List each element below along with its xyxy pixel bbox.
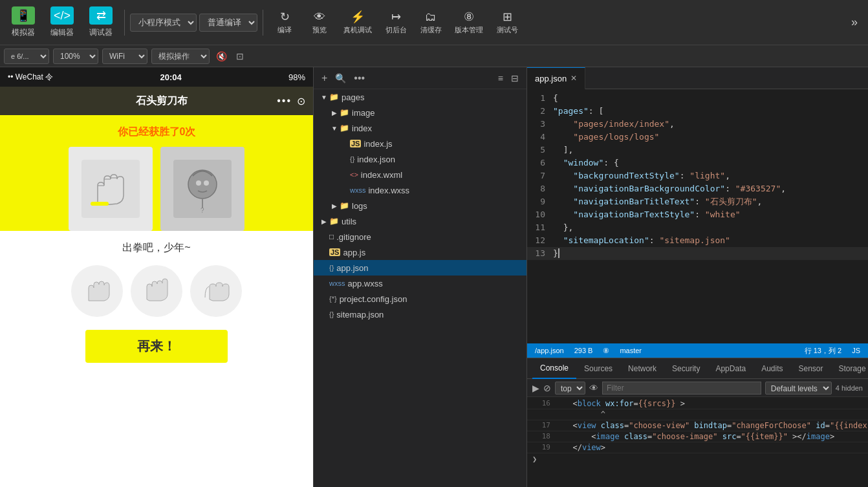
tree-item-index[interactable]: ▼ 📁 index [314, 120, 526, 136]
console-line-caret: ^ [527, 409, 868, 420]
tree-item-app-wxss[interactable]: wxss app.wxss [314, 276, 526, 291]
clear-cache-btn[interactable]: 🗂 清缓存 [415, 8, 447, 38]
tree-item-pages[interactable]: ▼ 📁 pages [314, 89, 526, 105]
tab-network[interactable]: Network [620, 358, 664, 379]
editor-code: 1 { 2 "pages": [ 3 "pages/index/index", … [527, 89, 868, 343]
compile-select[interactable]: 普通编译 [199, 14, 257, 32]
svg-text:?: ? [201, 207, 204, 214]
more-btn[interactable]: » [846, 13, 863, 32]
tree-item-app-js[interactable]: JS app.js [314, 244, 526, 260]
bottom-section: 出拳吧，少年~ [0, 231, 313, 487]
tab-appdata[interactable]: AppData [708, 358, 754, 379]
debug-icon: ⇄ [89, 6, 113, 25]
tree-item-index-js[interactable]: JS index.js [314, 136, 526, 151]
editor-panel: app.json ✕ 1 { 2 "pages": [ 3 "pages/ind… [527, 67, 868, 358]
real-debug-btn[interactable]: ⚡ 真机调试 [338, 7, 377, 38]
divider1 [124, 10, 125, 36]
menu-icon[interactable]: ••• [277, 95, 292, 107]
tab-sensor[interactable]: Sensor [791, 358, 831, 379]
play-button[interactable]: 再来！ [85, 330, 228, 363]
bottom-panel: Console Sources Network Security AppData… [527, 358, 868, 487]
level-select[interactable]: Default levels [765, 382, 832, 395]
tree-item-sitemap[interactable]: {} sitemap.json [314, 307, 526, 322]
file-size: 293 B [574, 347, 593, 354]
tree-item-index-wxml[interactable]: <> index.wxml [314, 167, 526, 182]
hand-image [69, 147, 153, 231]
tree-item-logs[interactable]: ▶ 📁 logs [314, 198, 526, 213]
editor-btn[interactable]: </> 编辑器 [44, 4, 80, 41]
sort-btn[interactable]: ≡ [495, 72, 506, 85]
wxss-icon-app: wxss [329, 279, 345, 287]
version-select[interactable]: e 6/... [4, 49, 49, 64]
add-file-btn[interactable]: + [319, 71, 330, 85]
test-icon: ⊞ [503, 10, 512, 24]
tree-item-index-json[interactable]: {} index.json [314, 151, 526, 167]
tree-item-project-config[interactable]: {*} project.config.json [314, 291, 526, 307]
code-line-11: 11 }, [527, 221, 868, 234]
phone-status-bar: •• WeChat 令 20:04 98% [0, 67, 313, 87]
more-options-btn[interactable]: ••• [351, 71, 367, 85]
tree-item-utils[interactable]: ▶ 📁 utils [314, 213, 526, 229]
expand-image-icon: ▶ [329, 109, 340, 116]
choice-btn-3[interactable] [190, 265, 242, 317]
svg-point-7 [196, 180, 201, 186]
editor-tabs: app.json ✕ [527, 67, 868, 89]
tab-app-json[interactable]: app.json ✕ [527, 67, 585, 89]
compile-btn[interactable]: ↻ 编译 [268, 7, 301, 38]
lang-indicator: JS [852, 347, 860, 354]
test-btn[interactable]: ⊞ 测试号 [491, 7, 523, 38]
choice-buttons [71, 265, 242, 317]
cut-bg-btn[interactable]: ↦ 切后台 [380, 7, 412, 38]
tab-storage[interactable]: Storage [831, 358, 868, 379]
phone-battery: 98% [288, 72, 305, 82]
home-icon[interactable]: ⊙ [297, 95, 305, 107]
collapse-btn[interactable]: ⊟ [508, 72, 521, 85]
debug-btn[interactable]: ⇄ 调试器 [83, 4, 119, 41]
tree-item-app-json[interactable]: {} app.json [314, 260, 526, 276]
search-btn[interactable]: 🔍 [332, 72, 349, 85]
tab-security[interactable]: Security [664, 358, 708, 379]
folder-utils-icon: 📁 [329, 217, 339, 226]
filter-input[interactable] [602, 382, 761, 395]
preview-icon: 👁 [314, 10, 325, 24]
tree-item-index-wxss[interactable]: wxss index.wxss [314, 182, 526, 198]
preview-btn[interactable]: 👁 预览 [303, 8, 336, 38]
js-icon-1: JS [350, 140, 361, 147]
phone-nav-bar: 石头剪刀布 ••• ⊙ [0, 87, 313, 115]
network-select[interactable]: WiFi [102, 49, 147, 64]
main-content: •• WeChat 令 20:04 98% 石头剪刀布 ••• ⊙ 你已经获胜了… [0, 67, 868, 487]
version-btn[interactable]: ⑧ 版本管理 [450, 7, 488, 38]
tab-console[interactable]: Console [532, 358, 576, 379]
git-branch: master [620, 347, 642, 354]
eye-icon[interactable]: 👁 [589, 383, 598, 393]
context-select[interactable]: top [555, 382, 585, 395]
tree-item-image[interactable]: ▶ 📁 image [314, 105, 526, 120]
close-tab-btn[interactable]: ✕ [570, 74, 577, 83]
simulator-btn[interactable]: 📱 模拟器 [5, 4, 41, 41]
expand-index-icon: ▼ [329, 125, 340, 132]
clear-cache-icon: 🗂 [425, 10, 437, 24]
tab-audits[interactable]: Audits [754, 358, 790, 379]
tab-sources[interactable]: Sources [576, 358, 620, 379]
choice-btn-1[interactable] [71, 265, 123, 317]
code-line-4: 4 "pages/logs/logs" [527, 131, 868, 144]
phone-content: 你已经获胜了0次 [0, 115, 313, 487]
svg-point-6 [188, 170, 217, 199]
mute-btn[interactable]: 🔇 [213, 50, 230, 63]
file-tree-panel: + 🔍 ••• ≡ ⊟ ▼ 📁 pages ▶ 📁 image ▼ 📁 [314, 67, 527, 487]
stop-icon[interactable]: ⊘ [543, 383, 551, 393]
layout-btn[interactable]: ⊡ [233, 50, 246, 63]
mode-select[interactable]: 小程序模式 [130, 14, 197, 32]
phone-nav-title: 石头剪刀布 [136, 94, 188, 108]
choice-btn-2[interactable] [131, 265, 182, 317]
tree-item-gitignore[interactable]: □ .gitignore [314, 229, 526, 244]
zoom-select[interactable]: 100% [53, 49, 98, 64]
phone-time: 20:04 [160, 72, 181, 82]
phone-signal: •• WeChat 令 [8, 72, 53, 83]
console-prompt[interactable]: ❯ [527, 453, 868, 465]
cut-bg-icon: ↦ [391, 10, 401, 24]
file-tree-content: ▼ 📁 pages ▶ 📁 image ▼ 📁 index JS index. [314, 89, 526, 487]
run-icon[interactable]: ▶ [532, 383, 539, 393]
operation-select[interactable]: 模拟操作 [151, 49, 210, 64]
code-line-2: 2 "pages": [ [527, 105, 868, 118]
